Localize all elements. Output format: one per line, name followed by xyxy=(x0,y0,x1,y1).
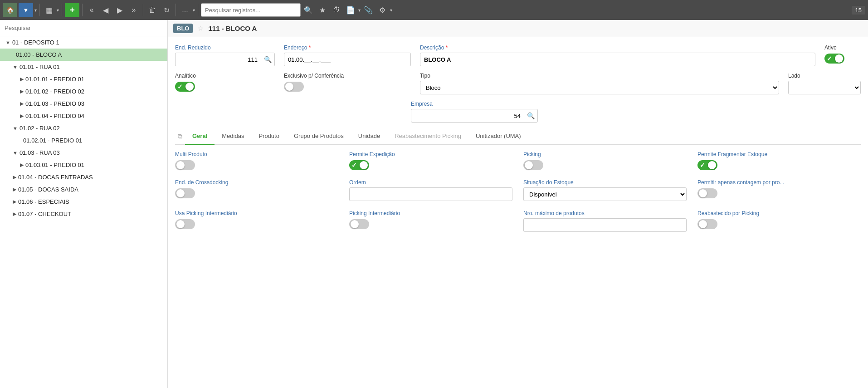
empresa-search-icon[interactable]: 🔍 xyxy=(524,112,537,119)
record-search-input[interactable] xyxy=(201,3,301,17)
sidebar-item-checkout[interactable]: ▶ 01.07 - CHECKOUT xyxy=(0,208,167,220)
sidebar-item-predio01-3[interactable]: ▶ 01.03.01 - PREDIO 01 xyxy=(0,159,167,171)
document-button[interactable]: 📄 xyxy=(344,3,357,17)
descricao-input[interactable] xyxy=(420,53,815,66)
end-reduzido-input-wrap[interactable]: 🔍 xyxy=(175,53,275,66)
exclusivo-toggle[interactable] xyxy=(284,82,304,92)
toggle-knob xyxy=(176,161,185,169)
attachment-button[interactable]: 📎 xyxy=(362,3,375,17)
tab-unitizador[interactable]: Unitizador (UMA) xyxy=(468,129,528,145)
sidebar-item-label: 01.02 - RUA 02 xyxy=(20,125,60,132)
permite-expedicao-toggle[interactable]: ✓ xyxy=(349,160,369,170)
table-dropdown-arrow[interactable]: ▾ xyxy=(57,8,59,13)
endereco-input[interactable] xyxy=(284,53,411,66)
arrow-icon: ▼ xyxy=(13,126,18,131)
sidebar-item-rua01[interactable]: ▼ 01.01 - RUA 01 xyxy=(0,61,167,73)
separator-6 xyxy=(198,4,198,16)
filter-button[interactable]: ▼ xyxy=(19,3,33,17)
multi-produto-toggle[interactable] xyxy=(175,160,195,170)
permite-fragmentar-toggle[interactable]: ✓ xyxy=(697,160,717,170)
picking-group: Picking xyxy=(523,151,687,170)
filter-dropdown-arrow[interactable]: ▾ xyxy=(34,8,37,13)
favorite-button[interactable]: ★ xyxy=(316,3,329,17)
home-button[interactable]: 🏠 xyxy=(3,3,17,17)
tab-unidade[interactable]: Unidade xyxy=(351,129,387,145)
doc-dropdown-arrow[interactable]: ▾ xyxy=(358,8,361,13)
reabastecido-picking-label: Reabastecido por Picking xyxy=(697,210,861,216)
end-crossdocking-label: End. de Crossdocking xyxy=(175,179,338,186)
sidebar-search-input[interactable] xyxy=(0,20,167,36)
usa-picking-intermediario-toggle[interactable] xyxy=(175,219,195,229)
sidebar-item-docas-saida[interactable]: ▶ 01.05 - DOCAS SAIDA xyxy=(0,183,167,196)
empresa-input-wrap[interactable]: 🔍 xyxy=(411,109,538,123)
picking-intermediario-toggle[interactable] xyxy=(349,219,369,229)
record-type-badge: BLO xyxy=(173,24,193,33)
refresh-button[interactable]: ↻ xyxy=(160,3,173,17)
end-crossdocking-group: End. de Crossdocking xyxy=(175,179,338,201)
arrow-icon: ▼ xyxy=(5,40,10,45)
permitir-contagem-toggle-wrap xyxy=(697,188,861,198)
record-search-button[interactable]: 🔍 xyxy=(302,3,315,17)
exclusivo-toggle-wrap xyxy=(284,82,411,92)
favorite-star-icon[interactable]: ☆ xyxy=(197,24,204,33)
permitir-contagem-toggle[interactable] xyxy=(697,188,717,198)
ordem-input[interactable] xyxy=(349,187,512,201)
nav-prev-button[interactable]: ◀ xyxy=(99,3,112,17)
multi-produto-label: Multi Produto xyxy=(175,151,338,157)
sidebar-item-label: 01.01.02 - PREDIO 02 xyxy=(25,88,84,95)
toggle-knob xyxy=(835,54,843,63)
table-view-button[interactable]: ▦ xyxy=(43,3,55,17)
picking-toggle[interactable] xyxy=(523,160,543,170)
main-content: ▼ 01 - DEPOSITO 1 01.00 - BLOCO A ▼ 01.0… xyxy=(0,20,868,388)
tab-produto[interactable]: Produto xyxy=(251,129,287,145)
end-reduzido-search-icon[interactable]: 🔍 xyxy=(261,56,274,63)
timer-button[interactable]: ⏱ xyxy=(330,3,343,17)
sidebar-item-rua03[interactable]: ▼ 01.03 - RUA 03 xyxy=(0,147,167,159)
add-button[interactable]: + xyxy=(65,3,79,17)
check-icon: ✓ xyxy=(351,162,357,169)
lado-select[interactable] xyxy=(788,81,861,94)
toggle-knob xyxy=(185,83,194,91)
nav-next-button[interactable]: ▶ xyxy=(113,3,126,17)
nro-maximo-group: Nro. máximo de produtos xyxy=(523,210,687,232)
more-button[interactable]: ... xyxy=(179,3,191,17)
sidebar-item-bloco-a[interactable]: 01.00 - BLOCO A xyxy=(0,49,167,61)
check-icon: ✓ xyxy=(827,55,832,62)
tab-geral[interactable]: Geral xyxy=(185,129,215,145)
form-row-3: Empresa 🔍 xyxy=(175,101,861,123)
nav-last-button[interactable]: » xyxy=(127,3,140,17)
arrow-icon xyxy=(13,52,14,58)
arrow-icon: ▼ xyxy=(13,150,18,156)
nro-maximo-input[interactable] xyxy=(523,218,687,232)
sidebar-item-predio02-1[interactable]: ▶ 01.01.02 - PREDIO 02 xyxy=(0,85,167,98)
end-crossdocking-toggle[interactable] xyxy=(175,188,195,198)
tab-medidas[interactable]: Medidas xyxy=(215,129,251,145)
sidebar-item-predio01-2[interactable]: 01.02.01 - PREDIO 01 xyxy=(0,134,167,147)
empresa-input[interactable] xyxy=(411,113,524,119)
end-reduzido-input[interactable] xyxy=(176,56,261,63)
nav-first-button[interactable]: « xyxy=(85,3,98,17)
copy-icon[interactable]: ⧉ xyxy=(175,129,185,144)
settings-button[interactable]: ⚙ xyxy=(376,3,389,17)
analitico-label: Analítico xyxy=(175,73,275,79)
toggle-knob xyxy=(176,189,185,197)
tab-grupo-produtos[interactable]: Grupo de Produtos xyxy=(287,129,351,145)
more-dropdown-arrow[interactable]: ▾ xyxy=(193,8,195,13)
sidebar-item-predio03-1[interactable]: ▶ 01.01.03 - PREDIO 03 xyxy=(0,98,167,110)
sidebar-item-deposito1[interactable]: ▼ 01 - DEPOSITO 1 xyxy=(0,36,167,49)
ativo-label: Ativo xyxy=(824,44,861,51)
situacao-estoque-select[interactable]: Disponível xyxy=(523,187,687,201)
delete-button[interactable]: 🗑 xyxy=(146,3,159,17)
analitico-toggle[interactable]: ✓ xyxy=(175,82,195,92)
sidebar-item-predio01-1[interactable]: ▶ 01.01.01 - PREDIO 01 xyxy=(0,73,167,85)
reabastecido-picking-toggle[interactable] xyxy=(697,219,717,229)
sidebar-item-rua02[interactable]: ▼ 01.02 - RUA 02 xyxy=(0,122,167,134)
ativo-toggle[interactable]: ✓ xyxy=(824,54,844,64)
panel: BLO ☆ 111 - BLOCO A End. Reduzido 🔍 Ende… xyxy=(168,20,868,388)
settings-dropdown-arrow[interactable]: ▾ xyxy=(390,8,392,13)
sidebar-item-especiais[interactable]: ▶ 01.06 - ESPECIAIS xyxy=(0,196,167,208)
sidebar-item-docas-entrada[interactable]: ▶ 01.04 - DOCAS ENTRADAS xyxy=(0,171,167,183)
reabastecido-picking-toggle-wrap xyxy=(697,219,861,229)
sidebar-item-predio04-1[interactable]: ▶ 01.01.04 - PREDIO 04 xyxy=(0,110,167,122)
tipo-select[interactable]: Bloco xyxy=(420,81,779,94)
